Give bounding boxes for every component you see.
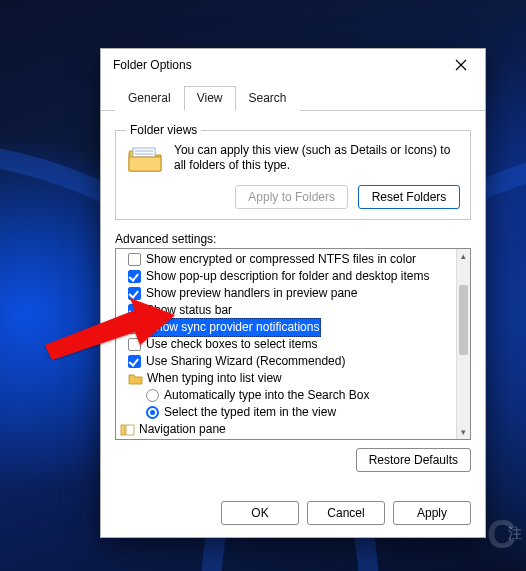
opt-show-popup-description[interactable]: Show pop-up description for folder and d… <box>118 268 454 285</box>
tabstrip: General View Search <box>101 85 485 111</box>
checkbox-icon <box>128 321 141 334</box>
reset-folders-button[interactable]: Reset Folders <box>358 185 460 209</box>
desktop-background: Folder Options General View Search Folde… <box>0 0 526 571</box>
ok-button[interactable]: OK <box>221 501 299 525</box>
opt-use-sharing-wizard[interactable]: Use Sharing Wizard (Recommended) <box>118 353 454 370</box>
folder-options-dialog: Folder Options General View Search Folde… <box>100 48 486 538</box>
folder-views-legend: Folder views <box>126 123 201 137</box>
cancel-button[interactable]: Cancel <box>307 501 385 525</box>
folder-icon <box>128 372 143 385</box>
opt-always-show-availability[interactable]: Always show availability status <box>118 438 454 439</box>
tab-general[interactable]: General <box>115 86 184 111</box>
nav-pane-icon <box>120 423 135 436</box>
checkbox-icon <box>128 338 141 351</box>
titlebar: Folder Options <box>101 49 485 81</box>
checkbox-icon <box>128 304 141 317</box>
opt-show-status-bar[interactable]: Show status bar <box>118 302 454 319</box>
checkbox-icon <box>128 355 141 368</box>
opt-auto-type-search[interactable]: Automatically type into the Search Box <box>118 387 454 404</box>
watermark-cn: 注 <box>508 525 522 543</box>
opt-use-check-boxes[interactable]: Use check boxes to select items <box>118 336 454 353</box>
radio-icon <box>146 389 159 402</box>
apply-to-folders-button: Apply to Folders <box>235 185 348 209</box>
tab-search[interactable]: Search <box>236 86 300 111</box>
dialog-title: Folder Options <box>113 58 443 72</box>
scroll-thumb[interactable] <box>459 285 468 355</box>
folder-views-text: You can apply this view (such as Details… <box>174 143 460 173</box>
svg-rect-4 <box>121 425 125 435</box>
opt-show-encrypted[interactable]: Show encrypted or compressed NTFS files … <box>118 251 454 268</box>
scroll-up-icon: ▴ <box>457 249 470 263</box>
svg-rect-5 <box>126 425 134 435</box>
close-button[interactable] <box>443 51 479 79</box>
tree-scrollbar[interactable]: ▴ ▾ <box>456 249 470 439</box>
tab-panel-view: Folder views You can apply this view (su… <box>101 111 485 482</box>
group-when-typing: When typing into list view <box>118 370 454 387</box>
advanced-settings-tree: Show encrypted or compressed NTFS files … <box>115 248 471 440</box>
folder-views-group: Folder views You can apply this view (su… <box>115 123 471 220</box>
close-icon <box>455 59 467 71</box>
opt-select-typed-item[interactable]: Select the typed item in the view <box>118 404 454 421</box>
tab-view[interactable]: View <box>184 86 236 111</box>
dialog-footer: OK Cancel Apply <box>101 491 485 537</box>
apply-button[interactable]: Apply <box>393 501 471 525</box>
scroll-down-icon: ▾ <box>457 425 470 439</box>
radio-icon <box>146 406 159 419</box>
checkbox-icon <box>128 270 141 283</box>
group-navigation-pane: Navigation pane <box>118 421 454 438</box>
opt-show-sync-provider-notifications[interactable]: Show sync provider notifications <box>118 319 454 336</box>
checkbox-icon <box>128 253 141 266</box>
advanced-settings-label: Advanced settings: <box>115 232 471 246</box>
checkbox-icon <box>128 287 141 300</box>
opt-show-preview-handlers[interactable]: Show preview handlers in preview pane <box>118 285 454 302</box>
restore-defaults-button[interactable]: Restore Defaults <box>356 448 471 472</box>
folder-views-icon <box>126 143 166 177</box>
